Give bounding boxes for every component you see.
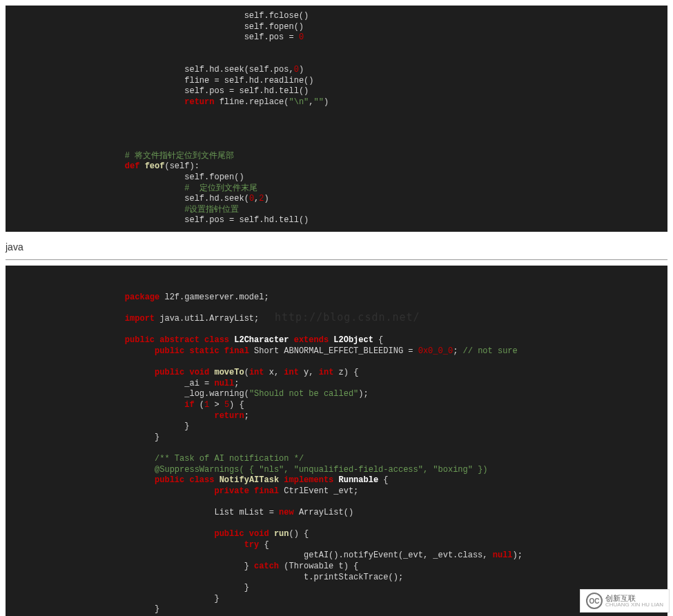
code-line: #设置指针位置 — [6, 205, 667, 216]
code-line — [6, 304, 667, 315]
code-line — [6, 443, 667, 454]
code-line — [6, 130, 667, 141]
code-line: t.printStackTrace(); — [6, 573, 667, 584]
code-line: } catch (Throwable t) { — [6, 562, 667, 573]
code-line: self.fclose() — [6, 11, 667, 22]
code-line — [6, 140, 667, 151]
code-line: def feof(self): — [6, 161, 667, 172]
code-line: /** Task of AI notification */ — [6, 454, 667, 465]
code-line — [6, 43, 667, 54]
logo-text: 创新互联 CHUANG XIN HU LIAN — [605, 594, 663, 608]
logo-icon: OC — [586, 593, 603, 609]
code-line: private final CtrlEvent _evt; — [6, 486, 667, 497]
section-heading: java — [0, 237, 673, 257]
code-line: _log.warning("Should not be called"); — [6, 389, 667, 400]
code-line — [6, 519, 667, 530]
code-line: fline = self.hd.readline() — [6, 76, 667, 87]
site-logo: OC 创新互联 CHUANG XIN HU LIAN — [580, 589, 670, 613]
code-line: public void run() { — [6, 529, 667, 540]
code-line: package l2f.gameserver.model; — [6, 292, 667, 304]
code-line — [6, 54, 667, 65]
java-code-block: http://blog.csdn.net/ package l2f.gamese… — [6, 266, 667, 616]
code-line: # 将文件指针定位到文件尾部 — [6, 151, 667, 162]
code-line — [6, 108, 667, 119]
code-line: self.fopen() — [6, 22, 667, 33]
code-line: } — [6, 433, 667, 444]
code-line: self.pos = 0 — [6, 32, 667, 43]
code-line: } — [6, 583, 667, 594]
code-line: try { — [6, 540, 667, 551]
code-line: self.fopen() — [6, 172, 667, 183]
code-line: return fline.replace("\n","") — [6, 97, 667, 108]
code-line: List mList = new ArrayList() — [6, 508, 667, 519]
code-line: self.pos = self.hd.tell() — [6, 215, 667, 226]
code-line: self.hd.seek(0,2) — [6, 194, 667, 205]
python-code-block: self.fclose() self.fopen() self.pos = 0 … — [6, 6, 667, 232]
code-line: public static final Short ABNORMAL_EFFEC… — [6, 346, 667, 357]
code-line: public void moveTo(int x, int y, int z) … — [6, 368, 667, 379]
code-line: _ai = null; — [6, 379, 667, 390]
code-line — [6, 357, 667, 368]
code-line: getAI().notifyEvent(_evt, _evt.class, nu… — [6, 550, 667, 562]
code-line — [6, 497, 667, 508]
code-line: if (1 > 5) { — [6, 400, 667, 411]
code-line: } — [6, 604, 667, 615]
code-line — [6, 325, 667, 336]
code-line — [6, 119, 667, 130]
code-line: return; — [6, 411, 667, 422]
code-line: } — [6, 594, 667, 605]
code-line: # 定位到文件末尾 — [6, 183, 667, 195]
code-line: public class NotifyAITask implements Run… — [6, 475, 667, 486]
code-line: self.hd.seek(self.pos,0) — [6, 65, 667, 76]
code-line: self.pos = self.hd.tell() — [6, 86, 667, 97]
section-divider — [6, 259, 667, 260]
code-line: @SuppressWarnings( { "nls", "unqualified… — [6, 465, 667, 476]
code-line: public abstract class L2Character extend… — [6, 335, 667, 346]
code-line: } — [6, 421, 667, 433]
code-line: import java.util.ArrayList; — [6, 314, 667, 325]
